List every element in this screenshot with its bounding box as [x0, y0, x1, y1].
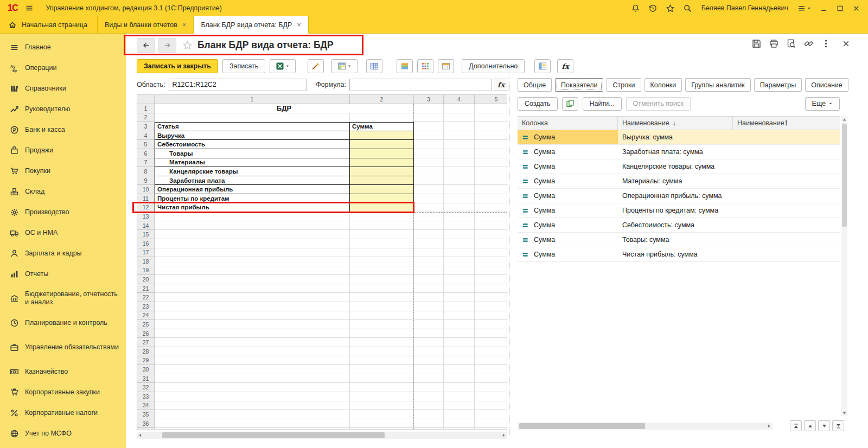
formula-fx-addon[interactable]: fx: [494, 79, 508, 91]
sheet-cell[interactable]: [350, 338, 414, 347]
sheet-cell[interactable]: [414, 419, 444, 428]
sidebar-item-operacii[interactable]: АуКуОперации: [0, 57, 126, 78]
sheet-cell[interactable]: Заработная плата: [155, 176, 350, 185]
sheet-cell[interactable]: [444, 203, 475, 213]
sheet-cell[interactable]: [444, 122, 475, 131]
sheet-cell[interactable]: [414, 140, 444, 149]
sheet-cell[interactable]: [414, 374, 444, 383]
sheet-row-header[interactable]: 30: [137, 365, 155, 374]
sheet-cell[interactable]: [414, 428, 444, 430]
sheet-cell[interactable]: [350, 275, 414, 284]
sheet-cell[interactable]: [414, 365, 444, 374]
sheet-cell[interactable]: [414, 410, 444, 419]
sheet-cell[interactable]: [444, 149, 475, 158]
current-user[interactable]: Беляев Павел Геннадьевич: [701, 4, 788, 12]
panel-tab-Колонки[interactable]: Колонки: [644, 78, 682, 92]
sheet-row-header[interactable]: 8: [137, 167, 155, 176]
maximize-button[interactable]: [836, 4, 844, 12]
user-menu-button[interactable]: [797, 4, 812, 12]
sheet-cell[interactable]: [414, 122, 444, 131]
sheet-cell[interactable]: [155, 221, 350, 231]
save-icon[interactable]: [751, 39, 762, 49]
sheet-cell[interactable]: [475, 311, 507, 321]
sheet-cell[interactable]: [444, 257, 475, 266]
tab-close-icon[interactable]: ×: [297, 21, 301, 28]
sheet-cell[interactable]: [155, 239, 350, 248]
tab-close-icon[interactable]: ×: [182, 21, 187, 28]
additional-button[interactable]: Дополнительно: [462, 59, 525, 73]
sheet-cell[interactable]: [155, 248, 350, 258]
sheet-cell[interactable]: [350, 140, 414, 149]
sheet-cell[interactable]: [444, 356, 475, 366]
sheet-cell[interactable]: [350, 356, 414, 366]
sheet-cell[interactable]: [350, 266, 414, 276]
grid-button[interactable]: [366, 59, 382, 73]
get-link-icon[interactable]: [803, 39, 814, 49]
sidebar-item-kaznacheystvo[interactable]: Казначейство: [0, 361, 126, 382]
panel-tab-Показатели[interactable]: Показатели: [555, 78, 603, 92]
sheet-cell[interactable]: [350, 401, 414, 411]
sheet-row-header[interactable]: 21: [137, 284, 155, 293]
panel-splitter[interactable]: [509, 77, 510, 439]
sheet-cell[interactable]: [444, 104, 475, 113]
create-button[interactable]: Создать: [518, 97, 558, 111]
minimize-button[interactable]: [820, 4, 828, 12]
sheet-cell[interactable]: [414, 347, 444, 356]
sheet-row-header[interactable]: 5: [137, 140, 155, 149]
sheet-cell[interactable]: [414, 212, 444, 221]
sheet-cell[interactable]: [475, 131, 507, 140]
print-preview-icon[interactable]: [786, 39, 796, 49]
panel-layout-button[interactable]: [534, 59, 551, 73]
forward-button[interactable]: [158, 38, 176, 53]
sheet-row-header[interactable]: 10: [137, 185, 155, 194]
sheet-row-header[interactable]: 6: [137, 149, 155, 158]
sheet-cell[interactable]: [444, 302, 475, 311]
sheet-cell[interactable]: [155, 257, 350, 266]
sheet-cell[interactable]: [444, 212, 475, 221]
sheet-cell[interactable]: [350, 410, 414, 419]
sidebar-item-uchet-msfo[interactable]: Учет по МСФО: [0, 423, 126, 444]
tab-bdr-form[interactable]: Бланк БДР вида отчета: БДР×: [194, 16, 309, 34]
sheet-row-header[interactable]: 32: [137, 383, 155, 392]
close-form-button[interactable]: [841, 39, 851, 49]
sheet-cell[interactable]: [444, 365, 475, 374]
sheet-cell[interactable]: [444, 140, 475, 149]
sheet-cell[interactable]: [444, 113, 475, 123]
sheet-cell[interactable]: [350, 113, 414, 123]
sheet-cell[interactable]: [475, 266, 507, 276]
sheet-cell[interactable]: [475, 356, 507, 366]
find-button[interactable]: Найти...: [583, 97, 622, 111]
panel-horizontal-scrollbar[interactable]: [518, 423, 773, 430]
sheet-cell[interactable]: [414, 257, 444, 266]
sheet-cell[interactable]: [414, 329, 444, 338]
sheet-cell[interactable]: [444, 284, 475, 293]
indicator-row[interactable]: СуммаВыручка: сумма: [518, 130, 840, 145]
sheet-cell[interactable]: [414, 311, 444, 321]
sidebar-item-bank-kassa[interactable]: ₽Банк и касса: [0, 119, 126, 140]
sidebar-item-os-nma[interactable]: ОС и НМА: [0, 222, 126, 243]
sheet-cell[interactable]: [350, 320, 414, 329]
sheet-col-header[interactable]: 2: [350, 95, 414, 104]
sheet-cell[interactable]: Сумма: [350, 122, 414, 131]
sheet-cell[interactable]: Канцелярские товары: [155, 167, 350, 176]
column-header-naimenovanie1[interactable]: Наименование1: [733, 117, 840, 130]
spreadsheet[interactable]: 123451БДР23СтатьяСумма4Выручка5Себестоим…: [137, 94, 507, 430]
area-input[interactable]: [169, 79, 308, 91]
sheet-cell[interactable]: [444, 230, 475, 239]
sheet-row-header[interactable]: 33: [137, 392, 155, 401]
indicator-row[interactable]: СуммаОперационная прибыль: сумма: [518, 189, 840, 203]
sheet-cell[interactable]: [475, 203, 507, 213]
sheet-cell[interactable]: [350, 239, 414, 248]
back-button[interactable]: [137, 38, 155, 53]
sheet-row-header[interactable]: 15: [137, 230, 155, 239]
sheet-cell[interactable]: [475, 275, 507, 284]
more-commands-icon[interactable]: [821, 39, 831, 49]
sheet-row-header[interactable]: 16: [137, 239, 155, 248]
sheet-cell[interactable]: [444, 266, 475, 276]
history-icon[interactable]: [648, 4, 658, 13]
indicator-row[interactable]: СуммаЧистая прибыль: сумма: [518, 247, 840, 262]
sheet-cell[interactable]: [475, 158, 507, 168]
sidebar-item-korp-nalogi[interactable]: Корпоративные налоги: [0, 402, 126, 423]
sheet-row-header[interactable]: 36: [137, 419, 155, 428]
sheet-cell[interactable]: [155, 392, 350, 401]
